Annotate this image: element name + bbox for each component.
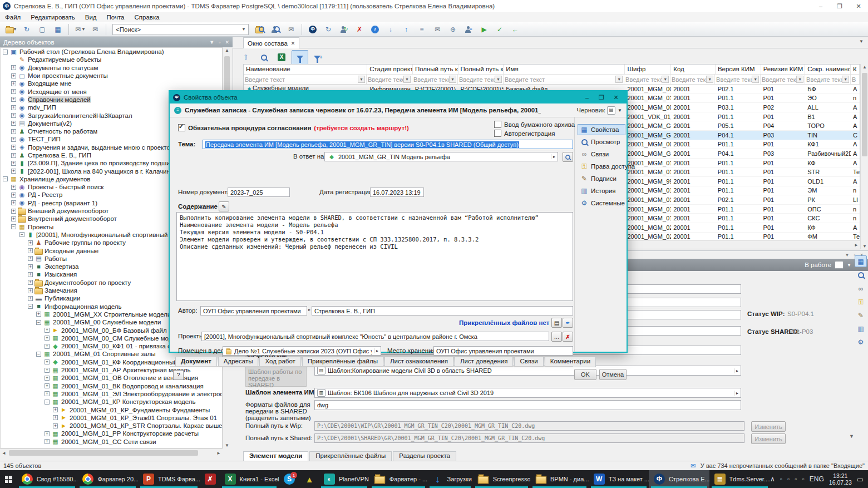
state-page-icon[interactable]: ▤ (607, 106, 615, 115)
filter-add-icon[interactable]: + (310, 51, 326, 65)
template-work-expand-icon[interactable]: ▸ (734, 368, 738, 373)
filter-dropdown-icon[interactable]: ▼ (403, 76, 411, 83)
my-documents-icon[interactable]: ▢ (35, 23, 50, 36)
column-header[interactable]: Полный путь к... (413, 65, 458, 74)
tray-app-icon[interactable]: ▫ (780, 475, 782, 483)
taskbar-tdms-server[interactable]: ≣Tdms.Server.... (709, 470, 770, 488)
mail-open-icon[interactable]: ✉ (284, 23, 298, 36)
tree-expander-icon[interactable]: + (11, 73, 16, 78)
column-header[interactable]: Наименование (244, 65, 367, 74)
tree-expander-icon[interactable]: + (28, 272, 33, 277)
column-filter[interactable]: Введите текст▼ (715, 75, 761, 84)
state-dropdown-icon[interactable]: ▼ (847, 263, 851, 268)
column-filter[interactable]: Введите текст▼ (624, 75, 670, 84)
filter-dropdown-icon[interactable]: ▼ (449, 76, 456, 83)
tree-item[interactable]: +▦20001_MGM_01_СС Сети связи (1, 438, 222, 446)
refresh-view-icon[interactable]: ↻ (321, 23, 336, 36)
column-header[interactable]: Сокр. наимено... (805, 65, 851, 74)
user-tasks-icon[interactable]: ≡ (461, 23, 476, 36)
tree-item[interactable]: +▦20001_MGM_01_РР Конструкторские расчет… (1, 430, 222, 437)
attach-file-button[interactable]: ▤ (551, 318, 562, 328)
tree-expander-icon[interactable]: + (45, 431, 50, 436)
state-icon[interactable]: ▤ (835, 261, 844, 269)
tree-item[interactable]: +◉Документы по статусам (1, 64, 222, 72)
column-header[interactable]: К (851, 65, 860, 74)
tree-expander-icon[interactable]: + (11, 145, 16, 150)
column-filter[interactable]: Введите текст▼ (412, 75, 458, 84)
tree-expander-icon[interactable]: + (11, 209, 16, 214)
column-header[interactable]: Код (671, 65, 716, 74)
tree-expander-icon[interactable]: + (45, 439, 50, 444)
tree-expander-icon[interactable]: − (36, 320, 41, 325)
tree-expander-icon[interactable]: + (11, 193, 16, 198)
panel-close-icon[interactable]: ✕ (225, 40, 229, 45)
storage-input[interactable]: ОУП Офис управления проектами (433, 346, 573, 356)
author-org-input[interactable]: ОУП Офис управления проектами (200, 306, 307, 316)
tree-horizontal-scrollbar[interactable]: ◄ ► (0, 448, 223, 457)
taskbar-skype[interactable]: S1 (279, 470, 299, 488)
tree-expander-icon[interactable]: + (28, 256, 33, 261)
tree-expander-icon[interactable]: − (3, 50, 8, 55)
tree-expander-icon[interactable]: + (45, 376, 50, 381)
case-combo[interactable]: Дело №1 Служебные записки 2023 (ОУП Офис… (223, 346, 381, 356)
panel-pin-icon[interactable]: ▫ (219, 40, 220, 45)
tree-item[interactable]: +▦20001_MGM_01_ЭЛ Электрооборудование и … (1, 390, 222, 398)
author-name-input[interactable]: Стрелкова Е. В., ГИП (312, 306, 573, 316)
reply-tree-search-button[interactable] (563, 152, 573, 162)
approval-checkbox[interactable] (178, 124, 185, 131)
tree-item[interactable]: +►20001_MGM_01_КР_STR Спортзалы. Каркас … (1, 422, 222, 430)
language-indicator[interactable]: ENG (810, 475, 824, 483)
taskbar-folder-farvater[interactable]: Фарватер - ... (369, 470, 427, 488)
theme-input[interactable]: Передача элемента ИМ [Модель рельефа, 20… (203, 140, 573, 149)
menu-item-1[interactable]: Файл (0, 14, 26, 21)
projects-input[interactable]: [20001], Многофункциональный спортивный … (201, 332, 549, 341)
clock[interactable]: 13:2116.07.23 (829, 472, 852, 486)
tree-expander-icon[interactable]: + (11, 121, 16, 126)
menu-item-5[interactable]: Справка (129, 14, 164, 21)
mail-compose-icon-dropdown[interactable]: ▼ (81, 27, 86, 32)
tree-expander-icon[interactable]: + (45, 359, 50, 364)
tab-close-icon[interactable]: ✕ (291, 41, 295, 46)
tree-expander-icon[interactable]: + (45, 368, 50, 373)
tree-expander-icon[interactable]: + (11, 137, 16, 142)
taskbar-app-x[interactable]: ✗ (200, 470, 220, 488)
comment-icon[interactable]: ≡ (415, 23, 429, 36)
lower-tab-2[interactable]: Прикреплённые файлы (309, 451, 392, 461)
tree-expander-icon[interactable]: − (3, 176, 8, 181)
menu-item-3[interactable]: Вид (80, 14, 102, 21)
send-mail-icon[interactable]: ✉ (430, 23, 445, 36)
tree-expander-icon[interactable]: − (28, 304, 33, 309)
tdms-home-icon[interactable]: Ф (305, 23, 320, 36)
tree-expander-icon[interactable]: + (45, 383, 50, 388)
filter-dropdown-icon[interactable]: ▼ (662, 76, 669, 83)
filter-dropdown-icon[interactable]: ▼ (615, 76, 623, 83)
rail-tab-links[interactable]: ∞ (855, 283, 866, 294)
column-filter[interactable]: Введите текст▼ (504, 75, 624, 84)
filter-dropdown-icon[interactable]: ▼ (706, 76, 713, 83)
filter-icon[interactable] (292, 50, 308, 65)
tree-expander-icon[interactable]: + (36, 312, 41, 317)
up-level-icon[interactable]: ⇧ (238, 51, 254, 65)
case-expand-icon[interactable]: ▸ (374, 348, 378, 353)
regdate-input[interactable]: 16.07.2023 13:19 (370, 188, 424, 197)
window-minimize-button[interactable]: – (811, 3, 830, 10)
checkout-doc-icon[interactable]: ↑ (399, 23, 413, 36)
tree-expander-icon[interactable]: + (11, 65, 16, 70)
search-combobox[interactable]: <Поиск>▼ (112, 24, 249, 35)
tree-item[interactable]: +▦20001_MGM_01_ВК Водопровод и канализац… (1, 382, 222, 390)
column-header[interactable]: Полный путь к... (458, 65, 504, 74)
taskbar-chrome-1[interactable]: Свод #15580... (17, 470, 78, 488)
taskbar-folder-bpmn[interactable]: BPMN - диа... (530, 470, 589, 488)
column-header[interactable]: Версия КИМ (716, 65, 761, 74)
tree-expander-icon[interactable]: − (45, 400, 50, 405)
projects-browse-button[interactable]: … (551, 332, 562, 342)
filter-dropdown-icon[interactable]: ▼ (752, 76, 759, 83)
content-edit-icon[interactable]: ✎ (219, 201, 229, 211)
tree-expander-icon[interactable]: + (53, 415, 58, 420)
scan-attach-button[interactable]: ✒ (563, 318, 573, 328)
paper-archive-checkbox[interactable] (494, 121, 501, 128)
tree-expander-icon[interactable]: + (11, 129, 16, 134)
taskbar-excel[interactable]: XКнига1 - Excel (220, 470, 279, 488)
tree-expander-icon[interactable]: + (11, 89, 16, 94)
taskbar-tdms[interactable]: ФСтрелкова Е... (649, 470, 709, 488)
